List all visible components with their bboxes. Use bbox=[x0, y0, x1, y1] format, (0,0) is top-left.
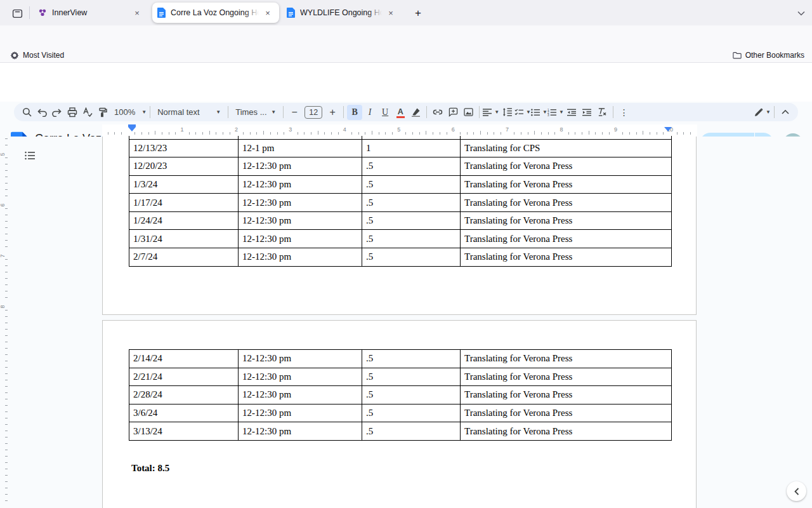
undo-icon[interactable] bbox=[34, 105, 49, 120]
italic-button[interactable]: I bbox=[362, 105, 377, 120]
font-size-input[interactable]: 12 bbox=[304, 106, 322, 119]
print-icon[interactable] bbox=[65, 105, 80, 120]
table-cell[interactable]: 12/20/23 bbox=[129, 157, 239, 176]
table-cell[interactable]: 1/24/24 bbox=[129, 211, 239, 230]
table-cell[interactable]: .5 bbox=[362, 404, 461, 422]
total-hours-text[interactable]: Total: 8.5 bbox=[131, 463, 169, 474]
page-1[interactable]: 12/13/2312-1 pm1Translating for CPS12/20… bbox=[102, 137, 697, 315]
table-cell[interactable]: 12-12:30 pm bbox=[239, 230, 362, 248]
checklist-select[interactable]: ▼ bbox=[514, 105, 531, 120]
table-cell[interactable]: Translating for Verona Press bbox=[461, 248, 672, 267]
table-cell[interactable]: 1/31/24 bbox=[129, 230, 239, 248]
table-cell[interactable]: 2/14/24 bbox=[129, 350, 239, 368]
page-2[interactable]: 2/14/2412-12:30 pm.5Translating for Vero… bbox=[102, 320, 697, 508]
decrease-indent-icon[interactable] bbox=[564, 105, 579, 120]
ruler-tick bbox=[657, 132, 657, 135]
tab-wyldlife[interactable]: WYLDLIFE Ongoing Hours - Go × bbox=[282, 3, 402, 23]
table-cell[interactable]: 12-12:30 pm bbox=[239, 157, 362, 176]
ruler-tick bbox=[582, 132, 582, 135]
insert-image-icon[interactable] bbox=[461, 105, 476, 120]
align-select[interactable]: ▼ bbox=[483, 105, 499, 120]
underline-button[interactable]: U bbox=[377, 105, 393, 120]
table-cell[interactable]: Translating for Verona Press bbox=[461, 157, 672, 176]
table-cell[interactable]: 12-12:30 pm bbox=[239, 386, 362, 404]
numbered-list-select[interactable]: 123 ▼ bbox=[547, 105, 564, 120]
add-comment-icon[interactable] bbox=[445, 105, 461, 120]
right-indent-marker[interactable] bbox=[664, 127, 672, 131]
table-cell[interactable]: .5 bbox=[362, 350, 461, 368]
bold-button[interactable]: B bbox=[347, 105, 362, 120]
left-indent-marker[interactable] bbox=[128, 127, 136, 131]
table-cell[interactable]: Translating for Verona Press bbox=[461, 386, 672, 404]
ruler-tick bbox=[148, 132, 149, 135]
table-cell[interactable]: 12-12:30 pm bbox=[239, 248, 362, 267]
table-cell[interactable]: 3/13/24 bbox=[129, 422, 239, 441]
zoom-select[interactable]: 100%▼ bbox=[110, 105, 147, 120]
more-options-icon[interactable]: ⋮ bbox=[617, 105, 632, 120]
new-tab-button[interactable]: + bbox=[410, 5, 426, 22]
redo-icon[interactable] bbox=[49, 105, 65, 120]
table-cell[interactable]: 2/21/24 bbox=[129, 368, 239, 386]
show-side-panel-button[interactable] bbox=[787, 481, 806, 501]
table-cell[interactable]: 12-12:30 pm bbox=[239, 211, 362, 230]
table-cell[interactable]: 12-12:30 pm bbox=[239, 404, 362, 422]
other-bookmarks[interactable]: Other Bookmarks bbox=[733, 48, 804, 62]
table-cell[interactable]: 12-12:30 pm bbox=[239, 350, 362, 368]
table-cell[interactable]: 3/6/24 bbox=[129, 404, 239, 422]
table-cell[interactable]: Translating for Verona Press bbox=[461, 175, 672, 194]
toolbar-search-icon[interactable] bbox=[19, 105, 34, 120]
table-cell[interactable]: Translating for CPS bbox=[461, 139, 672, 157]
table-cell[interactable]: 1/3/24 bbox=[129, 175, 239, 194]
table-cell[interactable]: .5 bbox=[362, 422, 461, 441]
table-cell[interactable]: 12/13/23 bbox=[129, 139, 239, 157]
firefox-view-icon[interactable] bbox=[9, 5, 25, 22]
table-cell[interactable]: .5 bbox=[362, 386, 461, 404]
hide-menus-icon[interactable] bbox=[778, 105, 793, 120]
table-cell[interactable]: Translating for Verona Press bbox=[461, 194, 672, 212]
table-cell[interactable]: Translating for Verona Press bbox=[461, 350, 672, 368]
table-cell[interactable]: 12-12:30 pm bbox=[239, 175, 362, 194]
tab-innerview[interactable]: InnerView × bbox=[33, 3, 148, 23]
highlight-color-icon[interactable] bbox=[408, 105, 423, 120]
table-cell[interactable]: 12-12:30 pm bbox=[239, 368, 362, 386]
bookmark-most-visited[interactable]: Most Visited bbox=[10, 48, 64, 62]
table-cell[interactable]: Translating for Verona Press bbox=[461, 211, 672, 230]
close-icon[interactable]: × bbox=[131, 6, 143, 19]
list-all-tabs-icon[interactable] bbox=[793, 5, 809, 22]
table-cell[interactable]: 12-12:30 pm bbox=[239, 422, 362, 441]
paragraph-style-select[interactable]: Normal text▼ bbox=[154, 105, 225, 120]
text-color-button[interactable]: A bbox=[393, 105, 408, 120]
table-cell[interactable]: Translating for Verona Press bbox=[461, 368, 672, 386]
table-cell[interactable]: 1/17/24 bbox=[129, 194, 239, 212]
bulleted-list-select[interactable]: ▼ bbox=[531, 105, 547, 120]
spellcheck-icon[interactable] bbox=[80, 105, 95, 120]
table-cell[interactable]: .5 bbox=[362, 248, 461, 267]
increase-font-size-button[interactable]: + bbox=[325, 105, 340, 120]
table-cell[interactable]: .5 bbox=[362, 175, 461, 194]
close-icon[interactable]: × bbox=[384, 6, 397, 19]
table-cell[interactable]: .5 bbox=[362, 368, 461, 386]
close-icon[interactable]: × bbox=[261, 6, 274, 19]
tab-corre-la-voz[interactable]: Corre La Voz Ongoing Hours - G × bbox=[152, 3, 279, 23]
insert-link-icon[interactable] bbox=[430, 105, 445, 120]
table-cell[interactable]: 2/7/24 bbox=[129, 248, 239, 267]
editing-mode-select[interactable]: ▼ bbox=[754, 105, 771, 120]
table-cell[interactable]: 12-12:30 pm bbox=[239, 194, 362, 212]
table-cell[interactable]: .5 bbox=[362, 157, 461, 176]
table-cell[interactable]: 12-1 pm bbox=[239, 139, 362, 157]
table-cell[interactable]: 2/28/24 bbox=[129, 386, 239, 404]
document-outline-icon[interactable] bbox=[22, 147, 38, 164]
table-cell[interactable]: .5 bbox=[362, 211, 461, 230]
line-spacing-icon[interactable] bbox=[499, 105, 514, 120]
font-family-select[interactable]: Times ...▼ bbox=[232, 105, 280, 120]
table-cell[interactable]: Translating for Verona Press bbox=[461, 422, 672, 441]
decrease-font-size-button[interactable]: − bbox=[287, 105, 302, 120]
table-cell[interactable]: .5 bbox=[362, 230, 461, 248]
increase-indent-icon[interactable] bbox=[579, 105, 594, 120]
table-cell[interactable]: .5 bbox=[362, 194, 461, 212]
clear-formatting-icon[interactable] bbox=[594, 105, 610, 120]
table-cell[interactable]: 1 bbox=[362, 139, 461, 157]
table-cell[interactable]: Translating for Verona Press bbox=[461, 404, 672, 422]
paint-format-icon[interactable] bbox=[95, 105, 110, 120]
table-cell[interactable]: Translating for Verona Press bbox=[461, 230, 672, 248]
